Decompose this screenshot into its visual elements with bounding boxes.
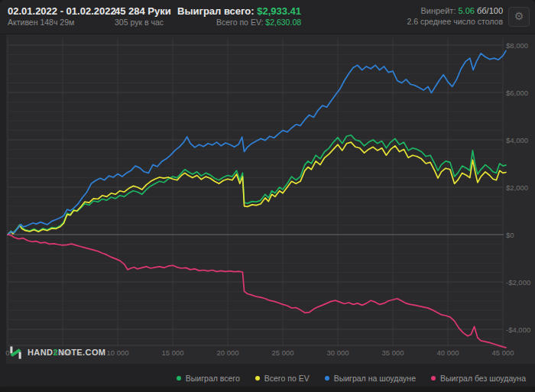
- y-tick-label: $2,000: [506, 183, 528, 192]
- x-tick-label: 15 000: [161, 348, 183, 357]
- active-time: Активен 148ч 29м: [8, 17, 116, 28]
- x-tick-label: 30 000: [326, 348, 349, 357]
- y-tick-label: $4,000: [506, 136, 528, 144]
- legend-label: Выиграл на шоудауне: [334, 374, 416, 383]
- winnings-block: Выиграл всего: $2,933.41 Всего по EV: $2…: [177, 5, 301, 28]
- x-tick-label: 35 000: [381, 348, 404, 357]
- hand2note-logo-icon: [8, 345, 23, 360]
- legend-dot-icon: [431, 376, 436, 381]
- x-tick-label: 20 000: [216, 348, 238, 357]
- y-tick-label: $0: [506, 231, 514, 239]
- winrate-label: Винрейт:: [420, 6, 456, 15]
- chart-legend: Выиграл всегоВсего по EVВыиграл на шоуда…: [177, 374, 526, 383]
- avg-tables: 2.6 среднее число столов: [407, 16, 503, 27]
- legend-dot-icon: [255, 376, 260, 381]
- legend-item[interactable]: Выиграл на шоудауне: [325, 374, 416, 383]
- gear-icon[interactable]: ⚙: [508, 7, 530, 27]
- winrate-line: Винрейт: 5.06 бб/100: [407, 5, 503, 16]
- winnings-graph-canvas: 05 00010 00015 00020 00025 00030 00035 0…: [0, 34, 535, 366]
- x-tick-label: 45 000: [491, 348, 514, 357]
- hand2note-logo[interactable]: HAND2NOTE.COM: [8, 345, 105, 360]
- legend-item[interactable]: Выиграл без шоудауна: [431, 374, 526, 383]
- winnings-graph[interactable]: 05 00010 00015 00020 00025 00030 00035 0…: [0, 34, 535, 366]
- hand2note-graph-window: 02.01.2022 - 01.02.2022 Активен 148ч 29м…: [0, 0, 535, 392]
- hands-per-hour: 305 рук в час: [115, 17, 171, 28]
- legend-dot-icon: [325, 376, 329, 381]
- legend-label: Выиграл всего: [186, 374, 240, 383]
- legend-dot-icon: [177, 376, 181, 381]
- y-tick-label: $6,000: [506, 89, 528, 97]
- winrate-block: Винрейт: 5.06 бб/100 2.6 среднее число с…: [407, 5, 503, 27]
- stats-header: 02.01.2022 - 01.02.2022 Активен 148ч 29м…: [0, 0, 535, 34]
- y-tick-label: -$2,000: [506, 278, 530, 287]
- won-total-label: Выиграл всего:: [177, 5, 255, 17]
- y-tick-label: -$4,000: [506, 326, 530, 334]
- legend-item[interactable]: Выиграл всего: [177, 374, 240, 383]
- bottom-divider: [0, 387, 535, 392]
- date-range: 02.01.2022 - 01.02.2022: [8, 5, 116, 17]
- hand2note-logo-text: HAND2NOTE.COM: [28, 348, 105, 357]
- ev-total-value: $2,630.08: [265, 18, 301, 27]
- won-total: Выиграл всего: $2,933.41: [177, 5, 301, 17]
- winrate-unit: бб/100: [477, 6, 503, 15]
- legend-item[interactable]: Всего по EV: [255, 374, 310, 383]
- won-total-value: $2,933.41: [257, 5, 301, 17]
- hands-total: 45 284 Руки: [115, 5, 171, 17]
- x-tick-label: 10 000: [106, 348, 128, 357]
- y-tick-label: $8,000: [506, 41, 528, 50]
- winrate-value: 5.06: [459, 6, 475, 15]
- ev-total: Всего по EV: $2,630.08: [177, 17, 301, 28]
- hands-block: 45 284 Руки 305 рук в час: [115, 5, 171, 28]
- ev-total-label: Всего по EV:: [216, 18, 263, 27]
- date-range-block: 02.01.2022 - 01.02.2022 Активен 148ч 29м: [8, 5, 116, 28]
- x-tick-label: 25 000: [271, 348, 293, 357]
- x-tick-label: 40 000: [436, 348, 459, 357]
- legend-label: Выиграл без шоудауна: [440, 374, 526, 383]
- legend-label: Всего по EV: [264, 374, 310, 383]
